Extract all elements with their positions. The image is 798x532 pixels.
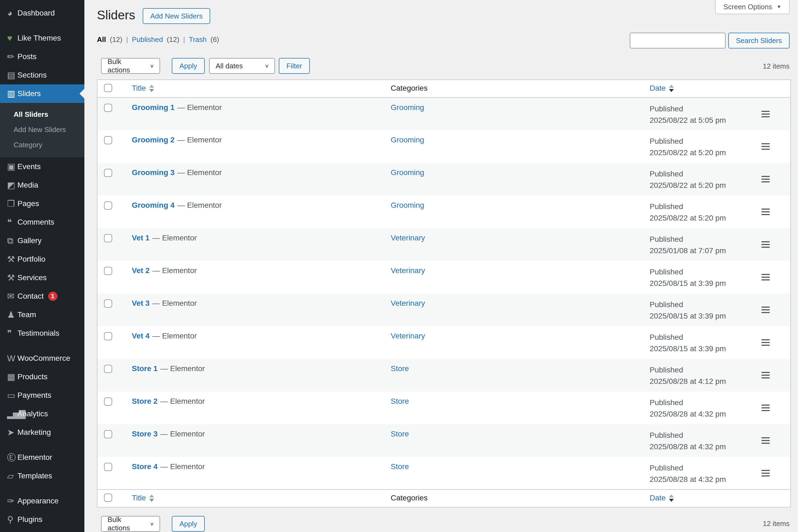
sidebar-item-team[interactable]: ♟Team: [0, 305, 84, 324]
slider-title-link[interactable]: Grooming 1: [132, 103, 174, 112]
row-checkbox[interactable]: [104, 365, 112, 373]
row-checkbox[interactable]: [104, 169, 112, 177]
sidebar-item-sections[interactable]: ▤Sections: [0, 66, 84, 84]
row-menu-icon[interactable]: [761, 241, 770, 248]
row-menu-icon[interactable]: [761, 437, 770, 444]
sidebar-item-analytics[interactable]: ▂▅▇Analytics: [0, 404, 84, 423]
category-link[interactable]: Grooming: [391, 201, 424, 209]
view-trash-link[interactable]: Trash: [189, 35, 207, 44]
row-checkbox[interactable]: [104, 398, 112, 406]
submenu-item-category[interactable]: Category: [0, 137, 84, 152]
dates-filter-select[interactable]: All dates ∨: [209, 58, 275, 74]
row-menu-icon[interactable]: [761, 404, 770, 411]
category-link[interactable]: Veterinary: [391, 234, 425, 242]
row-menu-icon[interactable]: [761, 307, 770, 313]
row-checkbox[interactable]: [104, 430, 112, 438]
category-link[interactable]: Veterinary: [391, 266, 425, 275]
category-link[interactable]: Store: [391, 364, 409, 373]
sidebar-item-marketing[interactable]: ➤Marketing: [0, 423, 84, 442]
row-menu-icon[interactable]: [761, 470, 770, 476]
slider-title-link[interactable]: Store 2: [132, 397, 158, 405]
sidebar-item-comments[interactable]: ❝Comments: [0, 213, 84, 231]
view-all-link[interactable]: All: [97, 35, 106, 44]
row-checkbox[interactable]: [104, 202, 112, 210]
slider-title-link[interactable]: Store 1: [132, 364, 158, 373]
row-menu-icon[interactable]: [761, 339, 770, 346]
sidebar-item-portfolio[interactable]: ⚒Portfolio: [0, 250, 84, 268]
table-row: Store 1— ElementorStorePublished2025/08/…: [97, 359, 791, 392]
sidebar-item-contact[interactable]: ✉Contact1: [0, 287, 84, 305]
slider-title-link[interactable]: Store 4: [132, 462, 158, 471]
bulk-actions-select[interactable]: Bulk actions ∨: [101, 516, 160, 532]
row-checkbox[interactable]: [104, 136, 112, 144]
submenu-item-all-sliders[interactable]: All Sliders: [0, 107, 84, 122]
filter-button[interactable]: Filter: [279, 58, 310, 74]
sidebar-item-sliders[interactable]: ▥Sliders: [0, 84, 84, 103]
category-link[interactable]: Store: [391, 462, 409, 471]
select-all-checkbox[interactable]: [104, 494, 112, 502]
apply-button[interactable]: Apply: [172, 516, 205, 532]
slider-title-link[interactable]: Grooming 4: [132, 201, 174, 209]
megaphone-icon: ➤: [7, 428, 17, 437]
category-link[interactable]: Store: [391, 397, 409, 405]
row-menu-icon[interactable]: [761, 372, 770, 378]
sidebar-item-gallery[interactable]: ⧉Gallery: [0, 231, 84, 250]
sidebar-item-services[interactable]: ⚒Services: [0, 268, 84, 287]
sidebar-item-media[interactable]: ◩Media: [0, 176, 84, 194]
slider-title-link[interactable]: Vet 1: [132, 234, 150, 242]
categories-column-header: Categories: [391, 84, 428, 92]
view-published-link[interactable]: Published: [132, 35, 163, 44]
sidebar-item-dashboard[interactable]: ◕Dashboard: [0, 4, 84, 22]
category-link[interactable]: Grooming: [391, 136, 424, 144]
sidebar-item-pages[interactable]: ❐Pages: [0, 194, 84, 213]
row-menu-icon[interactable]: [761, 176, 770, 183]
sidebar-item-templates[interactable]: ▱Templates: [0, 467, 84, 485]
sidebar-item-posts[interactable]: ✏Posts: [0, 48, 84, 66]
row-menu-icon[interactable]: [761, 274, 770, 281]
slider-title-link[interactable]: Store 3: [132, 430, 158, 438]
slider-title-link[interactable]: Vet 2: [132, 266, 150, 275]
bulk-actions-select[interactable]: Bulk actions ∨: [101, 58, 160, 74]
slider-title-link[interactable]: Vet 3: [132, 299, 150, 307]
sort-by-title-link[interactable]: Title: [132, 84, 154, 93]
row-checkbox[interactable]: [104, 267, 112, 275]
sidebar-item-elementor[interactable]: ⒺElementor: [0, 448, 84, 467]
row-checkbox[interactable]: [104, 332, 112, 340]
category-link[interactable]: Veterinary: [391, 331, 425, 340]
views-filter: All (12) | Published (12) | Trash (6): [97, 35, 219, 44]
apply-button[interactable]: Apply: [172, 58, 205, 74]
sidebar-item-like-themes[interactable]: ♥Like Themes: [0, 29, 84, 48]
category-link[interactable]: Store: [391, 430, 409, 438]
sidebar-item-payments[interactable]: ▭Payments: [0, 386, 84, 404]
sort-by-date-link[interactable]: Date: [650, 494, 674, 502]
sort-by-title-link[interactable]: Title: [132, 494, 154, 502]
row-checkbox[interactable]: [104, 300, 112, 308]
sort-by-date-link[interactable]: Date: [650, 84, 674, 93]
sidebar-item-products[interactable]: ▦Products: [0, 367, 84, 386]
sidebar-item-woocommerce[interactable]: WWooCommerce: [0, 349, 84, 367]
slider-title-link[interactable]: Grooming 3: [132, 168, 174, 177]
search-input[interactable]: [630, 33, 726, 49]
sidebar-item-plugins[interactable]: ⚲Plugins: [0, 510, 84, 529]
row-checkbox[interactable]: [104, 463, 112, 471]
row-menu-icon[interactable]: [761, 209, 770, 215]
row-checkbox[interactable]: [104, 234, 112, 242]
submenu-item-add-new-sliders[interactable]: Add New Sliders: [0, 122, 84, 137]
row-menu-icon[interactable]: [761, 143, 770, 150]
sidebar-item-label: WooCommerce: [17, 354, 70, 363]
screen-options-button[interactable]: Screen Options ▼: [715, 0, 790, 14]
add-new-sliders-button[interactable]: Add New Sliders: [142, 8, 210, 24]
category-link[interactable]: Grooming: [391, 103, 424, 112]
pushpin-icon: ✏: [7, 52, 17, 61]
category-link[interactable]: Veterinary: [391, 299, 425, 307]
sidebar-item-testimonials[interactable]: ❞Testimonials: [0, 324, 84, 342]
row-menu-icon[interactable]: [761, 111, 770, 117]
category-link[interactable]: Grooming: [391, 168, 424, 177]
search-sliders-button[interactable]: Search Sliders: [728, 33, 790, 49]
slider-title-link[interactable]: Grooming 2: [132, 136, 174, 144]
slider-title-link[interactable]: Vet 4: [132, 331, 150, 340]
sidebar-item-appearance[interactable]: ✑Appearance: [0, 492, 84, 510]
sidebar-item-events[interactable]: ▣Events: [0, 157, 84, 176]
select-all-checkbox[interactable]: [104, 84, 112, 92]
row-checkbox[interactable]: [104, 104, 112, 112]
